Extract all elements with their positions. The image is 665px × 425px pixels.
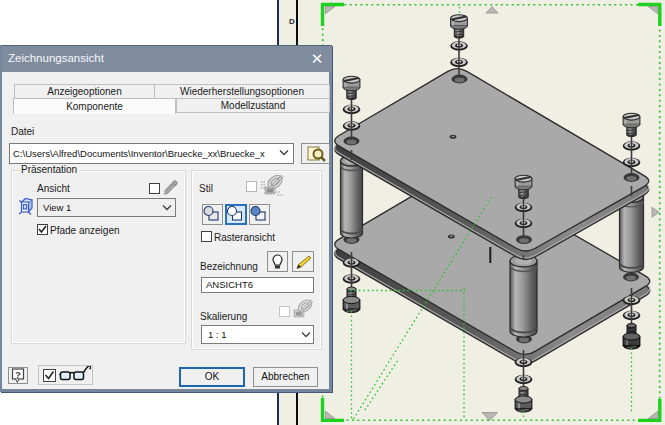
svg-text:?: ? xyxy=(15,370,21,380)
